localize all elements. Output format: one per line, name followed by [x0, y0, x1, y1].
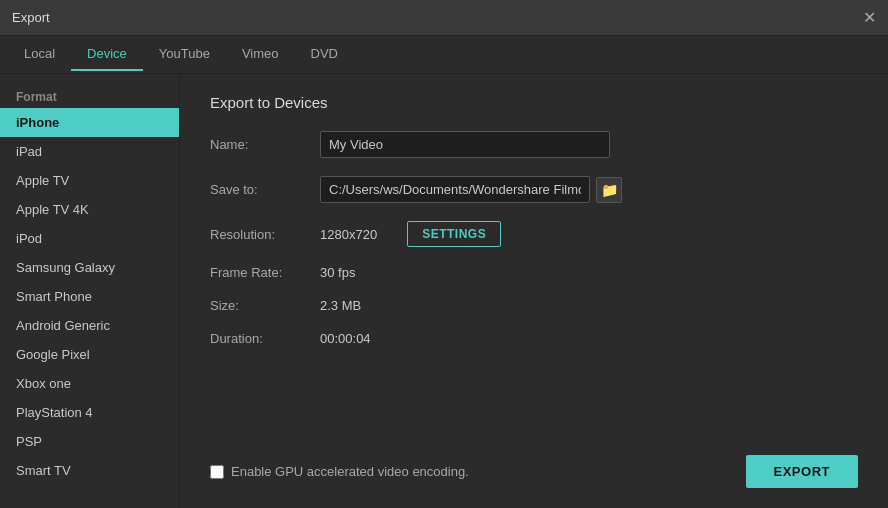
folder-icon: 📁: [601, 182, 618, 198]
resolution-label: Resolution:: [210, 227, 320, 242]
framerate-label: Frame Rate:: [210, 265, 320, 280]
name-label: Name:: [210, 137, 320, 152]
size-label: Size:: [210, 298, 320, 313]
export-button[interactable]: EXPORT: [746, 455, 858, 488]
folder-button[interactable]: 📁: [596, 177, 622, 203]
duration-value: 00:00:04: [320, 331, 371, 346]
sidebar-item-apple-tv[interactable]: Apple TV: [0, 166, 179, 195]
duration-label: Duration:: [210, 331, 320, 346]
settings-button[interactable]: SETTINGS: [407, 221, 501, 247]
gpu-checkbox[interactable]: [210, 465, 224, 479]
sidebar-item-google-pixel[interactable]: Google Pixel: [0, 340, 179, 369]
tab-vimeo[interactable]: Vimeo: [226, 38, 295, 71]
gpu-label-text: Enable GPU accelerated video encoding.: [231, 464, 469, 479]
gpu-label[interactable]: Enable GPU accelerated video encoding.: [210, 464, 469, 479]
sidebar-item-ipad[interactable]: iPad: [0, 137, 179, 166]
sidebar-item-iphone[interactable]: iPhone: [0, 108, 179, 137]
sidebar-item-xbox-one[interactable]: Xbox one: [0, 369, 179, 398]
resolution-value: 1280x720: [320, 227, 377, 242]
saveto-wrapper: 📁: [320, 176, 622, 203]
tab-bar: Local Device YouTube Vimeo DVD: [0, 36, 888, 74]
content-area: Export to Devices Name: Save to: 📁 Resol…: [180, 74, 888, 508]
tab-dvd[interactable]: DVD: [295, 38, 354, 71]
footer: Enable GPU accelerated video encoding. E…: [210, 445, 858, 488]
sidebar-item-playstation-4[interactable]: PlayStation 4: [0, 398, 179, 427]
tab-youtube[interactable]: YouTube: [143, 38, 226, 71]
name-row: Name:: [210, 131, 858, 158]
saveto-row: Save to: 📁: [210, 176, 858, 203]
sidebar-group-label: Format: [0, 82, 179, 108]
framerate-row: Frame Rate: 30 fps: [210, 265, 858, 280]
sidebar: Format iPhone iPad Apple TV Apple TV 4K …: [0, 74, 180, 508]
sidebar-item-psp[interactable]: PSP: [0, 427, 179, 456]
size-value: 2.3 MB: [320, 298, 361, 313]
tab-device[interactable]: Device: [71, 38, 143, 71]
main-layout: Format iPhone iPad Apple TV Apple TV 4K …: [0, 74, 888, 508]
sidebar-item-android-generic[interactable]: Android Generic: [0, 311, 179, 340]
sidebar-item-smart-tv[interactable]: Smart TV: [0, 456, 179, 485]
size-row: Size: 2.3 MB: [210, 298, 858, 313]
duration-row: Duration: 00:00:04: [210, 331, 858, 346]
title-bar: Export ✕: [0, 0, 888, 36]
close-button[interactable]: ✕: [863, 10, 876, 26]
framerate-value: 30 fps: [320, 265, 355, 280]
tab-local[interactable]: Local: [8, 38, 71, 71]
saveto-input[interactable]: [320, 176, 590, 203]
resolution-row: Resolution: 1280x720 SETTINGS: [210, 221, 858, 247]
window-title: Export: [12, 10, 50, 25]
sidebar-item-smart-phone[interactable]: Smart Phone: [0, 282, 179, 311]
sidebar-item-samsung-galaxy[interactable]: Samsung Galaxy: [0, 253, 179, 282]
name-input[interactable]: [320, 131, 610, 158]
saveto-label: Save to:: [210, 182, 320, 197]
sidebar-item-ipod[interactable]: iPod: [0, 224, 179, 253]
sidebar-item-apple-tv-4k[interactable]: Apple TV 4K: [0, 195, 179, 224]
content-title: Export to Devices: [210, 94, 858, 111]
